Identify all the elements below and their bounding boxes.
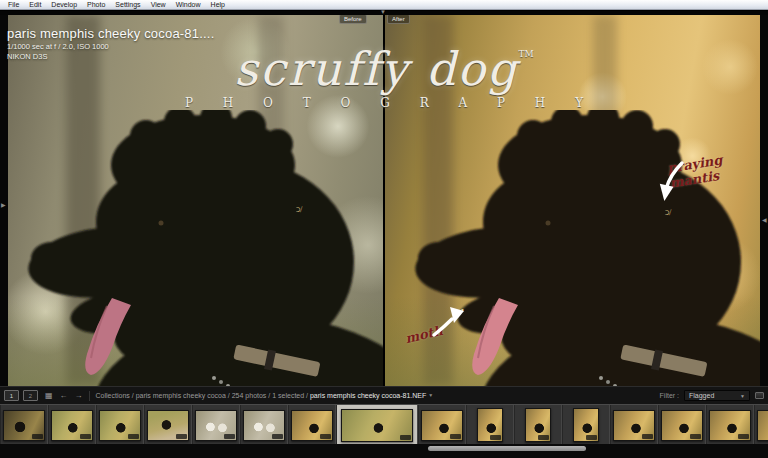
thumbnail-badge-icon — [176, 434, 187, 439]
filmstrip-thumbnail[interactable] — [96, 405, 144, 444]
filmstrip-thumbnail[interactable] — [466, 405, 514, 444]
filmstrip-thumbnail[interactable] — [0, 405, 48, 444]
thumbnail-badge-icon — [128, 434, 139, 439]
filmstrip-source-toggle[interactable] — [755, 392, 764, 399]
thumbnail-badge-icon — [642, 434, 653, 439]
filmstrip-thumbnail[interactable] — [610, 405, 658, 444]
thumbnail-badge-icon — [690, 434, 701, 439]
filmstrip-thumbnail[interactable] — [144, 405, 192, 444]
filmstrip-thumbnail[interactable] — [418, 405, 466, 444]
breadcrumb-path[interactable]: Collections / paris memphis cheeky cocoa… — [96, 392, 310, 399]
poodle-photo-before — [8, 110, 383, 386]
thumbnail-photo[interactable] — [195, 410, 237, 441]
filter-label: Filter : — [660, 392, 679, 399]
secondary-monitor-button[interactable]: 2 — [23, 390, 38, 401]
menu-item-help[interactable]: Help — [206, 0, 230, 9]
thumbnail-badge-icon — [586, 435, 597, 440]
right-panel-expand-icon[interactable]: ◀ — [762, 216, 767, 223]
menu-item-file[interactable]: File — [3, 0, 24, 9]
compare-view: ▶ ⟉ Before ⟉ • After ◀ paris memphis che… — [0, 15, 768, 386]
thumbnail-badge-icon — [272, 434, 283, 439]
primary-monitor-button[interactable]: 1 — [4, 390, 19, 401]
thumbnail-photo[interactable] — [99, 410, 141, 441]
thumbnail-photo[interactable] — [573, 408, 599, 442]
previous-photo-icon[interactable]: ← — [60, 391, 68, 401]
thumbnail-photo[interactable] — [421, 410, 463, 441]
thumbnail-badge-icon — [490, 435, 501, 440]
thumbnail-photo[interactable] — [661, 410, 703, 441]
right-panel-collapsed[interactable]: ◀ — [760, 15, 768, 386]
thumbnail-photo[interactable] — [757, 410, 768, 441]
filmstrip-thumbnail[interactable] — [514, 405, 562, 444]
after-badge: After — [387, 15, 410, 24]
breadcrumb-caret-icon[interactable]: ▼ — [428, 392, 433, 398]
status-toolbar: 1 2 ▦ ← → Collections / paris memphis ch… — [0, 386, 768, 404]
filmstrip-thumbnail[interactable] — [288, 405, 336, 444]
breadcrumb-filename[interactable]: paris memphis cheeky cocoa-81.NEF — [310, 392, 426, 399]
filmstrip-thumbnail[interactable] — [754, 405, 768, 444]
thumbnail-photo[interactable] — [477, 408, 503, 442]
filmstrip-thumbnail[interactable] — [240, 405, 288, 444]
breadcrumb[interactable]: Collections / paris memphis cheeky cocoa… — [96, 392, 434, 399]
thumbnail-photo[interactable] — [341, 409, 413, 442]
left-panel-expand-icon[interactable]: ▶ — [1, 201, 6, 208]
grid-view-icon[interactable]: ▦ — [45, 391, 53, 401]
filter-dropdown[interactable]: Flagged ▼ — [684, 390, 750, 401]
filmstrip-thumbnail[interactable] — [658, 405, 706, 444]
left-panel-collapsed[interactable]: ▶ — [0, 15, 8, 386]
thumbnail-photo[interactable] — [709, 410, 751, 441]
filmstrip-thumbnail-selected[interactable] — [336, 405, 418, 444]
thumbnail-photo[interactable] — [613, 410, 655, 441]
next-photo-icon[interactable]: → — [75, 391, 83, 401]
menu-item-develop[interactable]: Develop — [46, 0, 82, 9]
thumbnail-photo[interactable] — [51, 410, 93, 441]
poodle-photo-after — [395, 110, 760, 386]
menu-item-settings[interactable]: Settings — [110, 0, 145, 9]
thumbnail-badge-icon — [450, 434, 461, 439]
filmstrip-thumbnail[interactable] — [706, 405, 754, 444]
before-pane[interactable]: ⟉ Before — [8, 15, 383, 386]
thumbnail-badge-icon — [738, 434, 749, 439]
filter-caret-icon[interactable]: ▼ — [740, 393, 745, 399]
thumbnail-badge-icon — [320, 434, 331, 439]
filmstrip-thumbnail[interactable] — [562, 405, 610, 444]
menu-item-edit[interactable]: Edit — [24, 0, 46, 9]
thumbnail-badge-icon — [538, 435, 549, 440]
thumbnail-photo[interactable] — [525, 408, 551, 442]
lightroom-window: FileEditDevelopPhotoSettingsViewWindowHe… — [0, 0, 768, 458]
thumbnail-badge-icon — [80, 434, 91, 439]
thumbnail-photo[interactable] — [243, 410, 285, 441]
thumbnail-badge-icon — [224, 434, 235, 439]
thumbnail-badge-icon — [400, 435, 411, 440]
menu-item-view[interactable]: View — [146, 0, 171, 9]
filmstrip — [0, 404, 768, 444]
after-pane[interactable]: ⟉ • After — [385, 15, 760, 386]
thumbnail-badge-icon — [32, 434, 43, 439]
filmstrip-thumbnail[interactable] — [48, 405, 96, 444]
thumbnail-photo[interactable] — [291, 410, 333, 441]
before-badge: Before — [339, 15, 367, 24]
filmstrip-scrollbar-thumb[interactable] — [428, 446, 586, 451]
thumbnail-photo[interactable] — [3, 410, 45, 441]
filter-value[interactable]: Flagged — [689, 392, 740, 399]
menu-item-photo[interactable]: Photo — [82, 0, 110, 9]
filmstrip-scrollbar — [0, 444, 768, 458]
menu-item-window[interactable]: Window — [171, 0, 206, 9]
toolbar-separator — [89, 391, 90, 401]
filmstrip-thumbnail[interactable] — [192, 405, 240, 444]
thumbnail-photo[interactable] — [147, 410, 189, 441]
